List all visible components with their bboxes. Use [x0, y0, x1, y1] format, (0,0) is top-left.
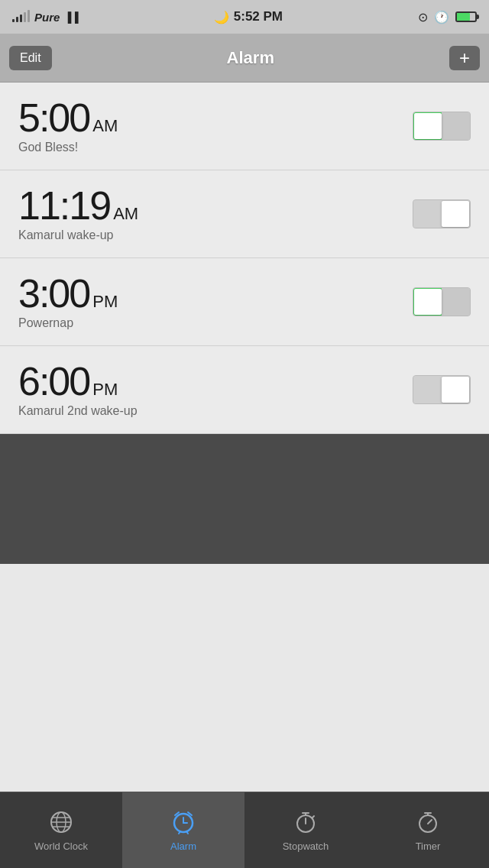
toggle-thumb — [414, 113, 442, 139]
signal-icon — [12, 11, 30, 22]
alarm-time-ampm: PM — [92, 292, 118, 312]
alarm-time: 11:19AM — [18, 186, 138, 225]
tab-bar: World Clock Alarm — [0, 792, 489, 868]
alarm-time: 5:00AM — [18, 98, 118, 138]
battery-fill — [457, 13, 470, 21]
alarm-label: God Bless! — [18, 141, 118, 154]
alarm-time-ampm: AM — [92, 116, 118, 136]
tab-timer-label: Timer — [416, 840, 441, 852]
alarm-info: 5:00AMGod Bless! — [18, 98, 118, 154]
toggle-thumb — [414, 289, 442, 315]
carrier-name: Pure — [34, 11, 60, 24]
alarm-item[interactable]: 11:19AMKamarul wake-up — [0, 170, 489, 258]
alarm-clock-icon — [170, 808, 197, 836]
timer-icon — [414, 808, 442, 836]
lock-rotation-icon: ⊙ — [418, 10, 428, 24]
tab-alarm-label: Alarm — [170, 840, 196, 852]
alarm-time-ampm: PM — [92, 380, 118, 400]
svg-line-16 — [313, 816, 314, 818]
time-display: 5:52 PM — [234, 9, 283, 24]
tab-stopwatch[interactable]: Stopwatch — [244, 792, 367, 868]
stopwatch-icon — [292, 808, 319, 836]
moon-icon: 🌙 — [214, 10, 229, 24]
globe-icon — [47, 808, 75, 836]
alarm-toggle[interactable] — [413, 199, 471, 228]
dark-area — [0, 434, 489, 564]
svg-line-18 — [428, 820, 432, 824]
carrier-info: Pure ▐▐ — [12, 11, 79, 24]
alarm-toggle[interactable] — [413, 375, 471, 404]
alarm-item[interactable]: 5:00AMGod Bless! — [0, 83, 489, 170]
tab-world-clock-label: World Clock — [34, 840, 88, 852]
add-alarm-button[interactable]: + — [449, 46, 480, 70]
tab-world-clock[interactable]: World Clock — [0, 792, 122, 868]
alarm-label: Kamarul wake-up — [18, 228, 138, 242]
battery-icon — [455, 11, 477, 22]
tab-alarm[interactable]: Alarm — [122, 792, 244, 868]
alarm-label: Kamarul 2nd wake-up — [18, 404, 138, 418]
toggle-on-portion — [413, 376, 442, 403]
tab-stopwatch-label: Stopwatch — [283, 840, 329, 852]
alarm-time: 6:00PM — [18, 361, 138, 401]
alarm-time-ampm: AM — [113, 204, 138, 224]
status-bar: Pure ▐▐ 🌙 5:52 PM ⊙ 🕐 — [0, 0, 489, 34]
alarm-list: 5:00AMGod Bless! 11:19AMKamarul wake-up … — [0, 83, 489, 434]
status-right-icons: ⊙ 🕐 — [418, 10, 477, 24]
alarm-time: 3:00PM — [18, 274, 118, 313]
tab-timer[interactable]: Timer — [367, 792, 489, 868]
alarm-time-main: 6:00 — [18, 361, 89, 401]
alarm-toggle[interactable] — [413, 287, 471, 316]
toggle-off-portion — [442, 288, 470, 316]
alarm-time-main: 5:00 — [18, 98, 89, 138]
toggle-thumb — [442, 201, 469, 227]
alarm-label: Powernap — [18, 316, 118, 330]
toggle-on-portion — [413, 200, 442, 228]
page-title: Alarm — [227, 48, 274, 68]
alarm-info: 11:19AMKamarul wake-up — [18, 186, 138, 242]
alarm-info: 3:00PMPowernap — [18, 274, 118, 330]
alarm-time-main: 11:19 — [18, 186, 110, 225]
edit-button[interactable]: Edit — [9, 46, 52, 70]
alarm-item[interactable]: 3:00PMPowernap — [0, 258, 489, 346]
battery-small-icon: ▐▐ — [64, 11, 78, 23]
toggle-off-portion — [442, 112, 470, 140]
alarm-item[interactable]: 6:00PMKamarul 2nd wake-up — [0, 346, 489, 434]
nav-bar: Edit Alarm + — [0, 34, 489, 83]
alarm-time-main: 3:00 — [18, 274, 89, 313]
clock-icon: 🕐 — [434, 10, 449, 24]
alarm-toggle[interactable] — [413, 112, 471, 141]
status-time: 🌙 5:52 PM — [214, 9, 283, 24]
alarm-info: 6:00PMKamarul 2nd wake-up — [18, 361, 138, 418]
toggle-thumb — [442, 377, 469, 403]
